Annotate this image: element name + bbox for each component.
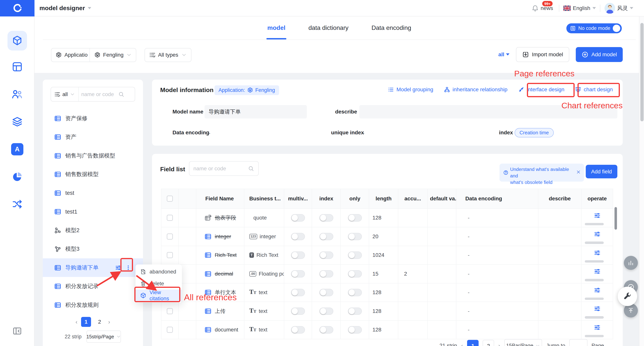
tree-filter-select[interactable]: all xyxy=(51,87,79,101)
multivalued-toggle[interactable] xyxy=(291,270,305,278)
tree-item[interactable]: 资产保修 xyxy=(43,109,143,128)
tree-search-input[interactable] xyxy=(79,91,118,97)
next-page-button[interactable]: › xyxy=(498,342,500,346)
row-checkbox[interactable] xyxy=(167,308,173,314)
field-config-icon[interactable] xyxy=(594,212,600,219)
jump-to-page-input[interactable] xyxy=(569,339,587,346)
field-search[interactable] xyxy=(189,161,259,176)
sidebar-item-layers[interactable] xyxy=(10,115,24,129)
field-config-icon[interactable] xyxy=(594,249,600,256)
type-filter-select[interactable]: All types xyxy=(144,48,191,62)
tree-item[interactable]: 积分发放规则 xyxy=(43,296,143,315)
next-page-button[interactable]: › xyxy=(108,319,110,325)
application-select[interactable]: Applicatio Fengling xyxy=(51,48,136,62)
field-config-icon[interactable] xyxy=(594,287,600,294)
sidebar-item-analytics[interactable] xyxy=(10,170,24,184)
multivalued-toggle[interactable] xyxy=(291,251,305,259)
index-toggle[interactable] xyxy=(319,270,333,278)
statistics-fab[interactable] xyxy=(624,256,638,270)
tree-item[interactable]: 积分发放记录 xyxy=(43,277,143,296)
field-search-input[interactable] xyxy=(194,166,246,172)
sidebar-item-pages[interactable] xyxy=(10,60,24,74)
close-icon[interactable] xyxy=(576,169,581,175)
only-toggle[interactable] xyxy=(348,308,362,315)
collapse-sidebar-button[interactable] xyxy=(10,324,24,338)
table-scrollbar[interactable] xyxy=(614,207,617,230)
add-field-button[interactable]: Add field xyxy=(586,165,617,178)
tree-item-selected[interactable]: 导购邀请下单 xyxy=(43,258,143,277)
tree-item[interactable]: test xyxy=(43,184,143,202)
news-button[interactable]: news 99+ xyxy=(532,5,555,12)
only-toggle[interactable] xyxy=(348,270,362,278)
tab-model[interactable]: model xyxy=(268,16,286,39)
tree-item[interactable]: 资产 xyxy=(43,128,143,146)
user-menu[interactable]: 风灵 xyxy=(604,3,634,13)
prev-page-button[interactable]: ‹ xyxy=(76,319,78,325)
tree-page-size-select[interactable]: 15strip/Page xyxy=(86,331,121,343)
select-all-checkbox[interactable] xyxy=(167,195,173,202)
multivalued-toggle[interactable] xyxy=(291,233,305,240)
tree-item[interactable]: test1 xyxy=(43,202,143,221)
language-switcher[interactable]: English xyxy=(563,5,596,11)
only-toggle[interactable] xyxy=(348,289,362,296)
only-toggle[interactable] xyxy=(348,326,362,334)
model-grouping-link[interactable]: Model grouping xyxy=(388,86,433,93)
index-toggle[interactable] xyxy=(319,326,333,334)
page-1-button[interactable]: 1 xyxy=(467,340,478,346)
menu-item-abandoned[interactable]: abandoned xyxy=(136,266,182,278)
only-toggle[interactable] xyxy=(348,233,362,240)
add-model-button[interactable]: Add model xyxy=(576,47,623,62)
index-toggle[interactable] xyxy=(319,289,333,296)
tree-item[interactable]: 模型2 xyxy=(43,221,143,240)
index-toggle[interactable] xyxy=(319,233,333,240)
tools-fab[interactable] xyxy=(618,287,637,306)
row-checkbox[interactable] xyxy=(167,233,173,240)
field-config-icon[interactable] xyxy=(594,268,600,275)
row-scrollbar[interactable] xyxy=(585,316,604,319)
row-scrollbar[interactable] xyxy=(585,279,604,281)
tree-item[interactable]: 销售数据模型 xyxy=(43,165,143,184)
sidebar-item-users[interactable] xyxy=(10,87,24,101)
tree-item[interactable]: 销售与广告数据模型 xyxy=(43,146,143,165)
model-name-input[interactable] xyxy=(204,105,307,119)
tab-data-dictionary[interactable]: data dictionary xyxy=(308,16,348,39)
scrollbar-thumb[interactable] xyxy=(640,23,644,121)
multivalued-toggle[interactable] xyxy=(291,289,305,296)
row-scrollbar[interactable] xyxy=(585,223,604,225)
only-toggle[interactable] xyxy=(348,214,362,222)
field-config-icon[interactable] xyxy=(594,305,600,312)
tab-data-encoding[interactable]: Data encoding xyxy=(372,16,411,39)
multivalued-toggle[interactable] xyxy=(291,308,305,315)
row-checkbox[interactable] xyxy=(167,327,173,333)
index-toggle[interactable] xyxy=(319,251,333,259)
index-toggle[interactable] xyxy=(319,308,333,315)
field-settings-icon[interactable] xyxy=(115,264,122,271)
field-config-icon[interactable] xyxy=(594,324,600,331)
row-checkbox[interactable] xyxy=(167,215,173,221)
chart-design-link[interactable]: chart design xyxy=(575,86,613,93)
field-config-icon[interactable] xyxy=(594,231,600,237)
row-scrollbar[interactable] xyxy=(585,241,604,244)
sidebar-item-flows[interactable] xyxy=(10,197,24,211)
multivalued-toggle[interactable] xyxy=(291,326,305,334)
only-toggle[interactable] xyxy=(348,251,362,259)
import-model-button[interactable]: Import model xyxy=(516,47,569,62)
menu-item-view-citations[interactable]: View citations xyxy=(136,290,182,301)
more-actions-icon[interactable] xyxy=(125,265,131,271)
no-code-mode-toggle[interactable]: No code mode xyxy=(566,23,622,33)
row-scrollbar[interactable] xyxy=(585,335,604,338)
multivalued-toggle[interactable] xyxy=(291,214,305,222)
prev-page-button[interactable]: ‹ xyxy=(461,342,463,346)
tree-item[interactable]: 模型3 xyxy=(43,240,143,258)
row-checkbox[interactable] xyxy=(167,252,173,258)
index-toggle[interactable] xyxy=(319,214,333,222)
page-2-button[interactable]: 2 xyxy=(95,317,104,327)
page-scrollbar[interactable] xyxy=(639,16,644,346)
interface-design-link[interactable]: interface design xyxy=(518,86,564,93)
menu-item-delete[interactable]: delete xyxy=(136,278,182,290)
row-scrollbar[interactable] xyxy=(585,298,604,300)
index-value-tag[interactable]: Creation time xyxy=(514,128,554,137)
scope-dropdown[interactable]: all xyxy=(498,51,510,58)
app-logo[interactable] xyxy=(0,0,34,16)
page-2-button[interactable]: 2 xyxy=(482,340,494,346)
